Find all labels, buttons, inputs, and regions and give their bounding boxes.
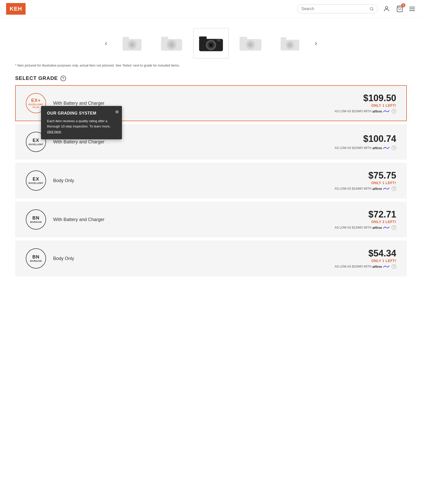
grade-abbr: BN [32,254,39,260]
grade-label: BARGAIN [30,221,42,224]
carousel-next[interactable]: › [313,37,319,49]
svg-rect-5 [123,37,129,40]
site-header: KEH 0 [0,0,422,18]
carousel-item[interactable] [272,28,308,58]
svg-point-0 [370,7,373,10]
grade-card-right: $72.71 ONLY 3 LEFT! AS LOW AS $13/MO WIT… [335,209,396,230]
grade-affirm: AS LOW AS $13/MO WITH affirm ? [335,225,396,230]
user-icon[interactable] [382,4,391,13]
grade-abbr: EX [33,177,39,182]
grade-affirm: AS LOW AS $14/MO WITH affirm ? [335,186,396,191]
svg-point-24 [249,43,252,46]
carousel-item-active[interactable] [193,28,229,58]
grade-affirm: AS LOW AS $10/MO WITH affirm ? [335,264,396,269]
affirm-brand: affirm [372,109,382,113]
search-icon [370,7,374,11]
grade-price: $72.71 [335,209,396,220]
tooltip-body: Each item receives a quality rating afte… [47,119,116,134]
tooltip-link[interactable]: click here [47,130,61,134]
grade-card-right: $109.50 ONLY 1 LEFT! AS LOW AS $10/MO WI… [335,93,396,114]
grade-price: $109.50 [335,93,396,103]
grade-affirm: AS LOW AS $10/MO WITH affirm ? [335,146,396,150]
grade-section-title: SELECT GRADE ? [0,71,422,85]
grade-label: EXCELLENT [29,143,43,146]
svg-rect-10 [161,37,168,40]
grade-stock: ONLY 3 LEFT! [335,220,396,224]
carousel-items [114,28,308,58]
cart-icon[interactable]: 0 [395,4,404,13]
grade-abbr: EX+ [31,98,41,103]
svg-rect-26 [281,37,286,40]
grade-abbr: EX [33,138,39,143]
grade-stock: ONLY 1 LEFT! [335,181,396,185]
grade-card-left: EX EXCELLENT Body Only [26,170,74,191]
svg-line-1 [372,10,373,10]
svg-point-29 [289,44,291,46]
affirm-brand: affirm [372,146,382,150]
affirm-prefix: AS LOW AS $10/MO WITH [335,265,371,268]
affirm-wave-icon [383,187,390,190]
grade-card-ex-plus[interactable]: EX+ EXCELLENTPLUS With Battery and Charg… [15,85,407,121]
affirm-info-button[interactable]: ? [392,264,396,269]
affirm-prefix: AS LOW AS $14/MO WITH [335,187,371,190]
affirm-prefix: AS LOW AS $10/MO WITH [335,146,371,150]
grade-price: $54.34 [335,248,396,259]
affirm-info-button[interactable]: ? [392,109,396,114]
carousel-item[interactable] [233,28,268,58]
grade-description: With Battery and Charger [53,101,104,106]
affirm-wave-icon [383,109,390,113]
grade-affirm: AS LOW AS $10/MO WITH affirm ? [335,109,396,114]
affirm-prefix: AS LOW AS $13/MO WITH [335,226,371,229]
site-logo[interactable]: KEH [6,3,26,15]
grade-price: $75.75 [335,170,396,181]
grading-tooltip: ⊗ OUR GRADING SYSTEM Each item receives … [41,106,122,139]
svg-rect-19 [217,39,221,41]
carousel-item[interactable] [114,28,150,58]
grade-card-left: BN BARGAIN Body Only [26,248,74,269]
affirm-info-button[interactable]: ? [392,186,396,191]
grade-description: With Battery and Charger [53,139,104,145]
affirm-brand: affirm [372,226,382,230]
grade-price: $100.74 [335,134,396,144]
grade-stock: ONLY 1 LEFT! [335,259,396,263]
grade-card-right: $100.74 AS LOW AS $10/MO WITH affirm ? [335,134,396,150]
grade-stock: ONLY 1 LEFT! [335,103,396,107]
grade-description: Body Only [53,178,74,183]
svg-point-13 [170,43,173,46]
grade-description: Body Only [53,256,74,261]
grade-badge-bn-body: BN BARGAIN [26,248,46,269]
search-bar[interactable] [297,4,378,13]
affirm-brand: affirm [372,265,382,269]
affirm-info-button[interactable]: ? [392,225,396,230]
header-right: 0 [297,4,416,13]
grade-help-button[interactable]: ? [60,76,66,81]
carousel-prev[interactable]: ‹ [103,37,109,49]
grade-card-ex-body[interactable]: EX EXCELLENT Body Only $75.75 ONLY 1 LEF… [15,163,407,199]
grade-label: BARGAIN [30,260,42,262]
product-carousel: ‹ [0,18,422,63]
affirm-info-button[interactable]: ? [392,146,396,150]
search-input[interactable] [301,7,368,11]
grade-badge-bn: BN BARGAIN [26,209,46,230]
grade-cards-list: EX+ EXCELLENTPLUS With Battery and Charg… [0,85,422,279]
svg-point-8 [131,43,134,46]
grade-label: EXCELLENT [29,182,43,185]
cart-badge: 0 [401,3,405,7]
hamburger-menu[interactable] [408,6,416,12]
grade-badge-ex-body: EX EXCELLENT [26,170,46,191]
carousel-item[interactable] [154,28,189,58]
grade-title-text: SELECT GRADE [15,75,58,81]
grade-card-left: BN BARGAIN With Battery and Charger [26,209,104,230]
grade-card-right: $54.34 ONLY 1 LEFT! AS LOW AS $10/MO WIT… [335,248,396,269]
affirm-wave-icon [383,226,390,229]
affirm-brand: affirm [372,187,382,191]
affirm-wave-icon [383,265,390,268]
grade-card-bn-body[interactable]: BN BARGAIN Body Only $54.34 ONLY 1 LEFT!… [15,240,407,276]
grade-description: With Battery and Charger [53,217,104,222]
grade-abbr: BN [32,215,39,221]
affirm-wave-icon [383,146,390,150]
grade-card-bn[interactable]: BN BARGAIN With Battery and Charger $72.… [15,202,407,237]
affirm-prefix: AS LOW AS $10/MO WITH [335,109,371,113]
tooltip-close-button[interactable]: ⊗ [115,109,119,115]
svg-point-18 [209,43,213,47]
